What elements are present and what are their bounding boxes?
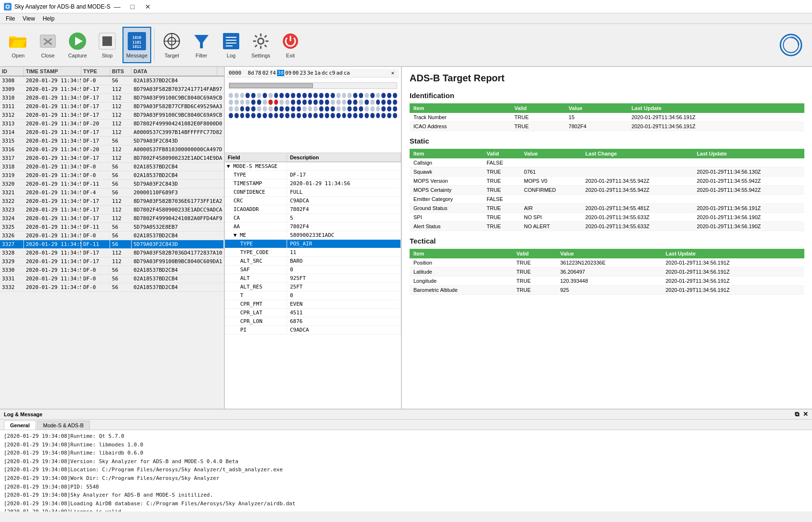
field-row[interactable]: ICAOADDR7802F4 [225,205,401,214]
dot [229,100,233,105]
dot [234,100,239,105]
table-row[interactable]: 3309 2020-01-29 11:34:56 DF-17 112 8D79A… [0,85,224,94]
hex-bytes: 8d7802f4380900233e1adcc9adca [248,70,351,76]
field-row[interactable]: CPR_LON6876 [225,317,401,326]
report-col-header: Value [565,103,627,113]
table-row[interactable]: 3308 2020-01-29 11:34:56 DF-0 56 02A1853… [0,77,224,85]
hex-close-btn[interactable]: ✕ [388,70,397,76]
table-row[interactable]: 3330 2020-01-29 11:34:56 DF-0 56 02A1853… [0,266,224,275]
stop-button[interactable]: Stop [93,27,122,63]
field-row[interactable]: TYPEDF-17 [225,171,401,179]
table-row[interactable]: 3320 2020-01-29 11:34:56 DF-11 56 5D79A0… [0,180,224,189]
report-cell: AIR [520,204,581,213]
field-row[interactable]: SAF0 [225,266,401,274]
capture-button[interactable]: Capture [63,27,92,63]
field-row[interactable]: ALT925FT [225,274,401,283]
dot [353,113,357,118]
table-row[interactable]: 3324 2020-01-29 11:34:56 DF-17 112 8D780… [0,214,224,223]
adsb-report-panel[interactable]: ADS-B Target Report IdentificationItemVa… [402,67,812,409]
table-row[interactable]: 3313 2020-01-29 11:34:56 DF-20 112 8D780… [0,120,224,128]
exit-label: Exit [286,53,295,58]
field-row[interactable]: CA5 [225,214,401,222]
table-row[interactable]: 3332 2020-01-29 11:34:56 DF-0 56 02A1853… [0,283,224,292]
dot [291,113,295,118]
target-button[interactable]: Target [157,27,186,63]
table-row[interactable]: 3311 2020-01-29 11:34:56 DF-17 112 8D79A… [0,102,224,111]
message-table-body[interactable]: 3308 2020-01-29 11:34:56 DF-0 56 02A1853… [0,77,224,409]
report-cell: 120.393448 [556,277,662,286]
table-row[interactable]: 3329 2020-01-29 11:34:56 DF-17 112 8D79A… [0,257,224,266]
dot [257,113,261,118]
field-row[interactable]: CPR_FMTEVEN [225,300,401,309]
report-row: PositionTRUE361223N1202336E2020-01-29T11… [410,258,804,267]
dot [291,93,295,98]
table-row[interactable]: 3323 2020-01-29 11:34:56 DF-17 112 8D780… [0,206,224,214]
field-row[interactable]: CRCC9ADCA [225,197,401,205]
report-cell: TRUE [512,277,556,286]
table-row[interactable]: 3318 2020-01-29 11:34:56 DF-0 56 02A1853… [0,163,224,171]
report-cell: Emitter Category [410,195,483,204]
close-button[interactable]: ✕ [141,2,155,11]
field-row[interactable]: ▼ ME580900233E1ADC [225,231,401,240]
log-line: [2020-01-29 19:34:08]Location: C:/Progra… [4,466,808,474]
table-row[interactable]: 3315 2020-01-29 11:34:56 DF-17 56 5D79A0… [0,137,224,145]
dot [342,106,346,111]
field-row[interactable]: CONFIDENCEFULL [225,188,401,197]
log-line: [2020-01-29 19:34:08]Sky Analyzer for AD… [4,491,808,500]
close-button[interactable]: Close [33,27,62,63]
field-row[interactable]: TIMESTAMP2020-01-29 11:34:56 [225,179,401,188]
log-button[interactable]: Log [217,27,245,63]
table-row[interactable]: 3310 2020-01-29 11:34:56 DF-17 112 8D79A… [0,94,224,102]
report-cell: TRUE [512,267,556,277]
field-row[interactable]: TYPEPOS_AIR [225,240,401,248]
table-row[interactable]: 3325 2020-01-29 11:34:56 DF-11 56 5D79A0… [0,223,224,232]
dot [331,100,335,105]
settings-button[interactable]: Settings [246,27,275,63]
dot [387,113,391,118]
minimize-button[interactable]: — [111,2,124,11]
field-row[interactable]: T0 [225,291,401,300]
table-row[interactable]: 3331 2020-01-29 11:34:56 DF-0 56 02A1853… [0,275,224,283]
dot [370,106,375,111]
filter-button[interactable]: Filter [187,27,216,63]
field-rows-body[interactable]: ▼ MODE-S MESSAGETYPEDF-17TIMESTAMP2020-0… [225,162,401,334]
table-row[interactable]: 3327 2020-01-29 11:34:56 DF-11 56 5D79A0… [0,240,224,249]
field-row[interactable]: AA7802F4 [225,222,401,231]
log-float-button[interactable]: ⧉ [795,411,799,418]
log-content[interactable]: [2020-01-29 19:34:08]Runtime: Qt 5.7.0[2… [0,430,812,511]
message-button[interactable]: 1010 1101 1011 Message [122,27,151,63]
titlebar: Sky Analyzer for ADS-B and MODE-S — □ ✕ [0,0,812,13]
exit-button[interactable]: Exit [276,27,305,63]
dot [376,93,380,98]
log-tab-modeS[interactable]: Mode-S & ADS-B [37,421,90,430]
menu-help[interactable]: Help [39,14,58,23]
field-row[interactable]: ALT_RES25FT [225,283,401,291]
table-row[interactable]: 3312 2020-01-29 11:34:56 DF-17 112 8D79A… [0,111,224,120]
dot [245,93,250,98]
hex-scrollbar[interactable] [229,82,397,89]
report-row: Emitter CategoryFALSE [410,195,804,204]
dot [274,100,278,105]
report-table: ItemValidValueLast UpdatePositionTRUE361… [410,249,804,295]
table-row[interactable]: 3328 2020-01-29 11:34:56 DF-17 112 8D79A… [0,249,224,257]
field-row[interactable]: PIC9ADCA [225,326,401,334]
table-row[interactable]: 3326 2020-01-29 11:34:56 DF-0 56 02A1853… [0,232,224,240]
svg-line-33 [255,45,257,47]
table-row[interactable]: 3322 2020-01-29 11:34:56 DF-17 112 8D79A… [0,197,224,206]
field-row[interactable]: TYPE_CODE11 [225,248,401,257]
dot [381,93,386,98]
table-row[interactable]: 3319 2020-01-29 11:34:56 DF-0 56 02A1853… [0,171,224,180]
open-button[interactable]: Open [4,27,33,63]
maximize-button[interactable]: □ [126,2,139,11]
menu-file[interactable]: File [2,14,19,23]
log-close-button[interactable]: ✕ [803,411,808,418]
menu-view[interactable]: View [19,14,39,23]
log-tab-general[interactable]: General [4,421,36,430]
table-row[interactable]: 3316 2020-01-29 11:34:56 DF-20 112 A0000… [0,145,224,154]
table-row[interactable]: 3314 2020-01-29 11:34:56 DF-17 112 A0000… [0,128,224,137]
table-row[interactable]: 3317 2020-01-29 11:34:56 DF-17 112 8D780… [0,154,224,163]
table-row[interactable]: 3321 2020-01-29 11:34:56 DF-4 56 2000011… [0,189,224,197]
field-row[interactable]: CPR_LAT4511 [225,309,401,317]
field-row[interactable]: ▼ MODE-S MESSAGE [225,162,401,171]
field-row[interactable]: ALT_SRCBARO [225,257,401,266]
